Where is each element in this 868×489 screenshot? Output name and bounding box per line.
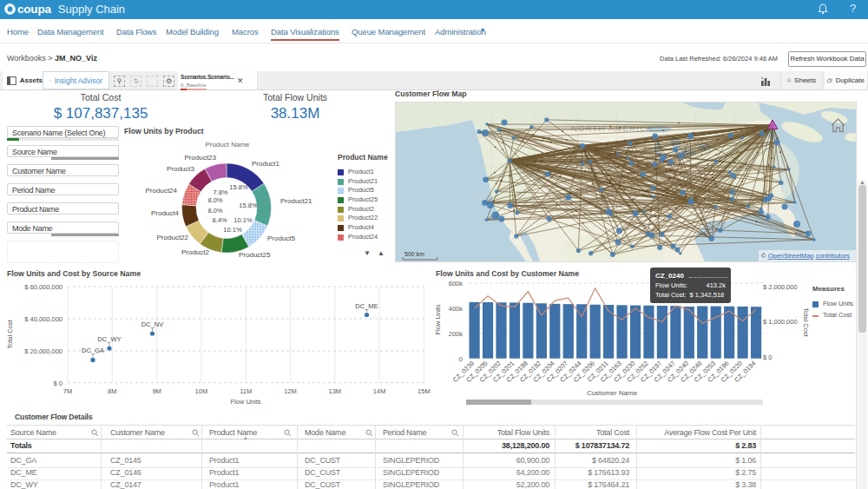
svg-text:Product25: Product25 [239,251,271,259]
svg-text:DC_ME: DC_ME [355,302,378,310]
svg-text:Product3: Product3 [167,165,195,173]
svg-text:15.8%: 15.8% [239,202,258,209]
svg-text:15M: 15M [418,387,431,395]
svg-text:Product23: Product23 [185,154,217,162]
svg-text:7.8%: 7.8% [213,188,227,196]
svg-text:Flow Units: Flow Units [230,398,260,406]
svg-text:7M: 7M [63,387,72,395]
svg-text:10.1%: 10.1% [233,216,253,224]
svg-text:Product1: Product1 [252,160,280,168]
svg-text:Flow Units: Flow Units [434,304,442,334]
svg-text:500 km: 500 km [404,251,424,257]
svg-text:600k: 600k [449,280,464,287]
svg-text:8M: 8M [108,387,116,395]
svg-text:Product24: Product24 [146,187,178,195]
svg-text:8.4%: 8.4% [212,216,227,224]
svg-text:9M: 9M [152,387,161,395]
svg-text:$ 1,000,000: $ 1,000,000 [763,318,798,326]
svg-text:10.1%: 10.1% [223,226,242,234]
svg-text:13M: 13M [329,387,342,395]
svg-text:Customer Name: Customer Name [587,389,638,397]
svg-text:Product4: Product4 [151,209,180,217]
svg-text:0: 0 [459,355,463,363]
svg-text:Total Cost: Total Cost [802,307,810,337]
svg-text:Product5: Product5 [267,235,296,242]
svg-text:© OpenStreetMap contributors: © OpenStreetMap contributors [761,252,850,260]
svg-text:$ 2,000,000: $ 2,000,000 [763,283,798,291]
svg-text:DC_GA: DC_GA [82,347,104,354]
svg-text:8.0%: 8.0% [207,207,222,215]
svg-text:Total Cost: Total Cost [6,319,14,348]
svg-text:400k: 400k [449,305,464,313]
svg-text:Product Name: Product Name [205,141,250,149]
svg-text:15.8%: 15.8% [229,183,248,191]
svg-text:14M: 14M [373,387,386,395]
svg-text:$ 40,000,000: $ 40,000,000 [24,315,62,323]
svg-text:Product21: Product21 [280,197,312,205]
svg-text:Product2: Product2 [181,248,210,256]
svg-text:Product22: Product22 [157,234,189,241]
svg-text:8.0%: 8.0% [207,196,222,204]
svg-text:11M: 11M [240,387,252,395]
svg-text:$ 0: $ 0 [54,380,62,387]
svg-text:10M: 10M [195,387,208,395]
svg-text:$ 60,000,000: $ 60,000,000 [24,283,62,291]
svg-text:12M: 12M [284,387,297,395]
svg-text:DC_WY: DC_WY [97,335,121,343]
svg-text:DC_NV: DC_NV [141,320,163,328]
svg-text:200k: 200k [449,330,464,338]
svg-text:$ 0: $ 0 [763,354,772,361]
svg-text:$ 20,000,000: $ 20,000,000 [24,347,62,355]
